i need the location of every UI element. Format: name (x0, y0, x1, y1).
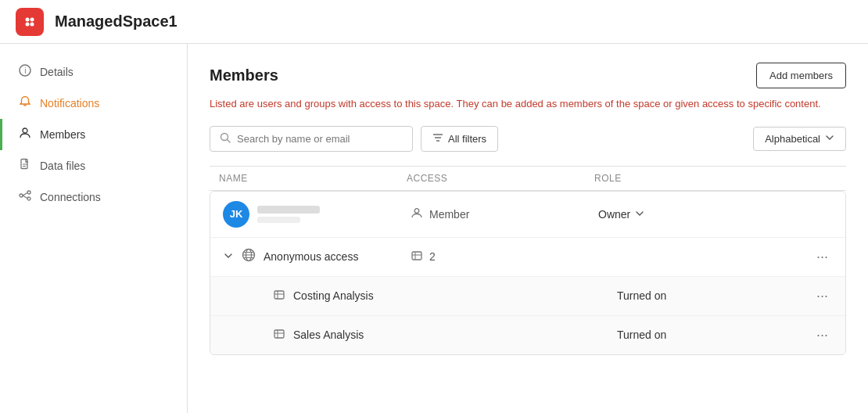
svg-rect-29 (274, 291, 284, 299)
svg-point-2 (26, 22, 30, 26)
sidebar-item-details[interactable]: i Details (0, 56, 187, 88)
expand-icon-anon[interactable] (223, 250, 234, 264)
members-header: Members Add members (210, 63, 846, 88)
app-icon-costing (273, 289, 285, 303)
row-access-anon: 2 (411, 250, 598, 264)
row-name-sales: Sales Analysis (242, 328, 429, 343)
name-bar-sm (257, 217, 300, 223)
name-placeholder-jk (257, 206, 320, 223)
svg-point-20 (414, 209, 419, 214)
svg-rect-26 (412, 252, 421, 260)
avatar-jk: JK (223, 201, 249, 228)
more-button-sales[interactable]: ··· (812, 325, 833, 345)
svg-point-3 (30, 22, 34, 26)
name-bar (257, 206, 320, 214)
sort-dropdown[interactable]: Alphabetical (753, 127, 846, 151)
role-label-jk: Owner (598, 208, 630, 221)
svg-line-16 (228, 139, 231, 142)
sidebar-item-data-files-label: Data files (40, 160, 85, 172)
filter-icon (432, 132, 443, 145)
sidebar-item-connections[interactable]: Connections (0, 181, 187, 213)
svg-point-0 (26, 17, 30, 21)
row-name-jk: JK (223, 201, 411, 228)
search-input[interactable] (237, 133, 378, 145)
row-actions-sales: ··· (812, 325, 833, 345)
chevron-down-icon (825, 133, 834, 145)
info-icon: i (18, 64, 32, 80)
members-description: Listed are users and groups with access … (210, 96, 846, 112)
row-actions-anon: ··· (812, 247, 833, 267)
members-table: JK Member Owner (210, 191, 846, 355)
filter-label: All filters (448, 133, 486, 145)
globe-icon (242, 248, 256, 265)
app-icon-sales (273, 328, 285, 343)
svg-text:i: i (24, 66, 26, 75)
table-row-costing: Costing Analysis Turned on ··· (210, 277, 845, 316)
svg-line-13 (23, 193, 27, 196)
person-icon (18, 127, 32, 142)
filter-button[interactable]: All filters (421, 126, 498, 152)
app-header: ManagedSpace1 (0, 0, 868, 44)
sales-label: Sales Analysis (293, 329, 364, 341)
sidebar: i Details Notifications Members (0, 44, 188, 413)
svg-line-14 (23, 196, 27, 199)
sidebar-item-connections-label: Connections (40, 191, 101, 203)
svg-point-1 (30, 17, 34, 21)
app-title: ManagedSpace1 (55, 13, 178, 31)
row-name-anon: Anonymous access (223, 248, 411, 265)
table-header: Name Access Role (210, 166, 846, 191)
file-icon (18, 158, 32, 174)
svg-point-12 (27, 197, 30, 200)
row-role-costing: Turned on (617, 289, 812, 302)
sidebar-item-members[interactable]: Members (0, 119, 187, 150)
sidebar-item-notifications-label: Notifications (40, 97, 99, 110)
access-label-jk: Member (429, 208, 469, 221)
sidebar-item-data-files[interactable]: Data files (0, 150, 187, 181)
row-actions-costing: ··· (812, 286, 833, 306)
turned-on-sales: Turned on (617, 329, 666, 341)
sidebar-item-members-label: Members (40, 128, 85, 141)
connection-icon (18, 189, 32, 205)
anon-name-label: Anonymous access (264, 250, 358, 263)
more-button-anon[interactable]: ··· (812, 247, 833, 267)
access-icon-anon (411, 250, 423, 264)
row-access-jk: Member (411, 206, 598, 221)
table-row: JK Member Owner (210, 192, 845, 238)
turned-on-costing: Turned on (617, 289, 666, 302)
add-members-button[interactable]: Add members (756, 63, 846, 88)
search-icon (220, 132, 231, 145)
sidebar-item-notifications[interactable]: Notifications (0, 88, 187, 119)
toolbar: All filters Alphabetical (210, 126, 846, 152)
main-content: Members Add members Listed are users and… (188, 44, 868, 413)
search-box[interactable] (210, 126, 413, 152)
col-name-header: Name (219, 173, 407, 184)
members-title: Members (210, 66, 278, 84)
member-icon (411, 206, 423, 221)
svg-rect-32 (274, 330, 284, 338)
row-role-sales: Turned on (617, 329, 812, 341)
sort-label: Alphabetical (765, 133, 820, 145)
svg-point-10 (20, 194, 23, 197)
more-button-costing[interactable]: ··· (812, 286, 833, 306)
table-row-sales: Sales Analysis Turned on ··· (210, 316, 845, 354)
col-access-header: Access (407, 173, 594, 184)
svg-point-6 (23, 128, 27, 133)
costing-label: Costing Analysis (293, 289, 374, 302)
main-layout: i Details Notifications Members (0, 44, 868, 413)
app-icon (16, 8, 44, 36)
col-role-header: Role (594, 173, 837, 184)
access-count-anon: 2 (429, 250, 436, 263)
bell-icon (18, 95, 32, 111)
row-name-costing: Costing Analysis (242, 289, 429, 303)
svg-point-11 (27, 191, 30, 194)
row-role-jk: Owner (598, 208, 833, 221)
sidebar-item-details-label: Details (40, 66, 74, 78)
table-row-anon: Anonymous access 2 ··· (210, 238, 845, 277)
role-chevron-jk[interactable] (635, 208, 644, 221)
